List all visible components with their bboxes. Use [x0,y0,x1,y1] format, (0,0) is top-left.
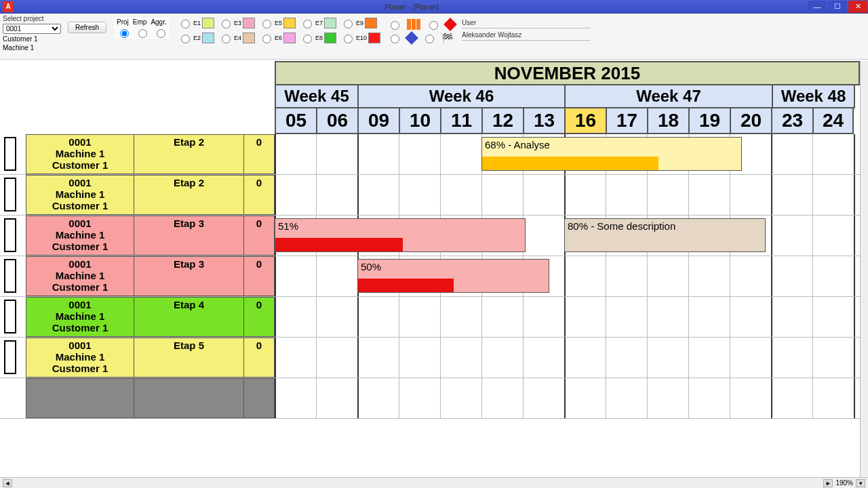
row-handle[interactable] [4,340,16,374]
radio-col-aggr: Aggr. [151,18,166,26]
day-header-cell: 23 [771,108,812,134]
radio-shape-flag[interactable] [425,35,434,43]
day-header: 0506091011121316171819202324 [275,108,860,134]
gantt-row: 0001Machine 1Customer 1Etap 50 [0,338,860,378]
radio-proj[interactable] [120,29,129,38]
week-header-cell: Week 46 [357,85,564,108]
gantt-row: 0001Machine 1Customer 1Etap 20 [0,175,860,216]
task-bar[interactable]: 51% [275,218,526,252]
etap-radio-e7[interactable]: E7 [300,18,336,28]
gantt-rows: 0001Machine 1Customer 1Etap 2068% - Anal… [0,134,860,477]
project-selector-group: Select project 0001 Customer 1 Machine 1 [3,15,61,52]
task-bar[interactable]: 50% [357,259,549,293]
close-button[interactable]: ✕ [848,1,867,13]
gantt-row: 0001Machine 1Customer 1Etap 3051%80% - S… [0,216,860,256]
row-timeline[interactable]: 51%80% - Some description [275,216,860,256]
scroll-left-icon[interactable]: ◄ [3,479,12,487]
row-info-cell [26,378,134,418]
task-bar[interactable]: 68% - Analyse [481,137,742,171]
week-header: Week 45Week 46Week 47Week 48 [275,85,860,108]
day-header-cell: 09 [357,108,399,134]
row-handle[interactable] [4,178,16,211]
red-diamond-icon [443,18,457,31]
user-block: User Aleksander Wojtasz [462,19,591,41]
row-etap-cell: Etap 3 [134,216,244,256]
task-bar[interactable]: 80% - Some description [564,218,766,252]
task-progress-fill [482,157,658,170]
radio-emp[interactable] [138,29,147,38]
row-etap-cell: Etap 4 [134,297,244,337]
month-header: NOVEMBER 2015 [275,61,860,85]
etap-radio-e2[interactable]: E2 [178,33,214,43]
user-name: Aleksander Wojtasz [462,31,591,41]
etap-radio-e5[interactable]: E5 [259,18,296,28]
row-value-cell [244,378,275,418]
bars-icon [407,19,420,30]
day-header-cell: 24 [812,108,854,134]
machine-label: Machine 1 [3,44,61,52]
day-header-cell: 19 [688,108,730,134]
etap-radio-e10[interactable]: E10 [340,33,380,43]
etap-radio-e3[interactable]: E3 [218,18,255,28]
row-timeline[interactable]: 68% - Analyse [275,134,860,174]
milestone-shapes: 🏁 [387,19,455,43]
week-header-cell: Week 47 [564,85,772,108]
week-header-cell: Week 45 [275,85,357,108]
title-bar: A Planer - [Planer] — ☐ ✕ [0,0,868,14]
row-etap-cell [134,378,244,418]
radio-shape-red-diamond[interactable] [429,21,438,30]
row-timeline[interactable] [275,297,860,337]
window-title: Planer - [Planer] [16,3,807,11]
row-value-cell: 0 [244,256,275,296]
row-handle[interactable] [4,218,16,252]
task-progress-fill [358,279,454,292]
row-info-cell: 0001Machine 1Customer 1 [26,338,134,378]
radio-col-proj: Proj [117,18,129,26]
day-header-cell: 12 [481,108,523,134]
minimize-button[interactable]: — [808,1,827,13]
radio-shape-bars[interactable] [391,21,399,30]
customer-label: Customer 1 [3,35,61,43]
radio-aggr[interactable] [157,29,165,38]
row-timeline[interactable] [275,175,860,215]
row-value-cell: 0 [244,175,275,215]
row-etap-cell: Etap 3 [134,256,244,296]
week-header-cell: Week 48 [772,85,855,108]
row-handle[interactable] [4,137,16,171]
gantt-row [0,378,860,419]
row-timeline[interactable] [275,378,860,418]
toolbar: Select project 0001 Customer 1 Machine 1… [0,14,868,60]
day-header-cell: 10 [399,108,440,134]
maximize-button[interactable]: ☐ [828,1,847,13]
gantt-row: 0001Machine 1Customer 1Etap 40 [0,297,860,338]
etap-radio-e1[interactable]: E1 [178,18,214,28]
radio-shape-blue-diamond[interactable] [391,35,399,43]
row-handle[interactable] [4,259,16,293]
row-header-blank [0,61,275,134]
day-header-cell: 05 [275,108,316,134]
row-handle[interactable] [4,300,16,333]
horizontal-scrollbar[interactable]: ◄ ► 190% ▾ [0,477,868,488]
project-select[interactable]: 0001 [3,24,61,34]
row-info-cell: 0001Machine 1Customer 1 [26,216,134,256]
etap-radio-e9[interactable]: E9 [340,18,380,28]
row-timeline[interactable] [275,338,860,378]
etap-radio-e4[interactable]: E4 [218,33,255,43]
row-timeline[interactable]: 50% [275,256,860,296]
zoom-down-icon[interactable]: ▾ [856,479,865,487]
mode-radio-group: Proj Emp Aggr. [113,16,171,40]
day-header-cell: 11 [440,108,481,134]
refresh-button[interactable]: Refresh [68,22,106,33]
app-icon: A [3,1,14,12]
etap-radio-e8[interactable]: E8 [300,33,336,43]
gantt-row: 0001Machine 1Customer 1Etap 2068% - Anal… [0,134,860,175]
scroll-right-icon[interactable]: ► [823,479,833,487]
row-value-cell: 0 [244,216,275,256]
row-value-cell: 0 [244,134,275,174]
row-value-cell: 0 [244,338,275,378]
gantt-row: 0001Machine 1Customer 1Etap 3050% [0,256,860,297]
select-project-label: Select project [3,15,61,22]
row-etap-cell: Etap 5 [134,338,244,378]
etap-radio-e6[interactable]: E6 [259,33,296,43]
etap-color-group: E1E2E3E4E5E6E7E8E9E10 [178,18,380,43]
